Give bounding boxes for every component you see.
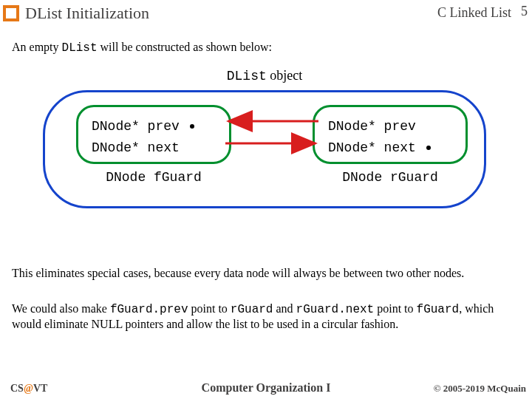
p2-a: We could also make [12,302,110,315]
node-fguard: DNode* prev DNode* next [76,105,231,164]
p2-c4: fGuard [417,303,460,316]
pointer-arrows [224,105,320,164]
null-dot-icon [426,146,431,150]
diagram-title-code: DList [227,69,267,83]
rguard-next-row: DNode* next [328,137,452,159]
fguard-prev-row: DNode* prev [92,116,216,137]
rguard-prev-row: DNode* prev [328,116,452,137]
fguard-label: DNode fGuard [76,170,231,185]
page-number: 5 [521,4,528,19]
p2-c2: rGuard [231,303,273,316]
p2-d: point to [374,302,416,315]
title-marker-icon [3,5,19,21]
course-name: C Linked List [437,5,511,21]
intro-post: will be constructed as shown below: [98,41,272,53]
diagram-title: DList object [21,68,508,83]
paragraph-2: We could also make fGuard.prev point to … [12,301,520,332]
diagram-title-rest: object [267,68,302,83]
intro-pre: An empty [12,41,62,53]
null-dot-icon [190,124,194,129]
node-rguard: DNode* prev DNode* next [313,105,468,164]
intro-code: DList [62,41,98,55]
slide-title: DList Initialization [25,4,149,23]
footer: CS@VT Computer Organization I © 2005-201… [0,380,532,395]
p2-c3: rGuard.next [296,303,375,316]
rguard-prev-text: DNode* prev [328,116,416,137]
slide: DList Initialization C Linked List 5 An … [0,0,532,399]
diagram: DList object DNode* prev DNode* next DNo… [21,68,508,216]
p2-b: point to [188,302,231,315]
rguard-label: DNode rGuard [313,170,468,185]
fguard-next-text: DNode* next [92,137,180,159]
paragraph-1: This eliminates special cases, because e… [12,266,520,281]
rguard-next-text: DNode* next [328,137,416,159]
fguard-next-row: DNode* next [92,137,216,159]
p2-c1: fGuard.prev [110,303,188,316]
title-bar: DList Initialization C Linked List 5 [0,2,532,24]
footer-copyright: © 2005-2019 McQuain [434,383,526,395]
p2-c: and [273,302,296,315]
intro-sentence: An empty DList will be constructed as sh… [12,41,520,55]
fguard-prev-text: DNode* prev [92,116,180,137]
